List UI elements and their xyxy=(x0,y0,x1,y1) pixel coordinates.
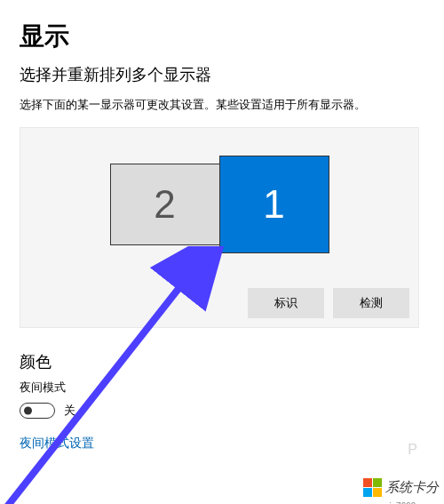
section-title-color: 颜色 xyxy=(20,351,424,372)
night-light-toggle-row: 关 xyxy=(20,403,424,419)
section-header-arrange: 选择并重新排列多个显示器 xyxy=(20,64,424,85)
arrange-description: 选择下面的某一显示器可更改其设置。某些设置适用于所有显示器。 xyxy=(20,98,424,114)
toggle-knob xyxy=(24,406,32,414)
watermark-text: 系统卡分 xyxy=(385,479,439,496)
toggle-state-text: 关 xyxy=(64,403,75,419)
night-light-toggle[interactable] xyxy=(20,403,55,419)
windows-logo-icon xyxy=(363,478,383,498)
page-title: 显示 xyxy=(20,20,424,53)
watermark-p: P xyxy=(408,442,417,458)
display-box-1[interactable]: 1 xyxy=(219,156,329,253)
panel-actions: 标识 检测 xyxy=(20,281,418,327)
display-area[interactable]: 2 1 xyxy=(20,128,418,281)
watermark: 系统卡分 xyxy=(363,478,440,498)
night-light-label: 夜间模式 xyxy=(20,380,424,396)
identify-button[interactable]: 标识 xyxy=(248,288,324,318)
detect-button[interactable]: 检测 xyxy=(333,288,409,318)
display-arrange-panel: 2 1 标识 检测 xyxy=(20,127,419,328)
night-light-settings-link[interactable]: 夜间模式设置 xyxy=(20,436,94,452)
display-box-2[interactable]: 2 xyxy=(110,164,220,245)
